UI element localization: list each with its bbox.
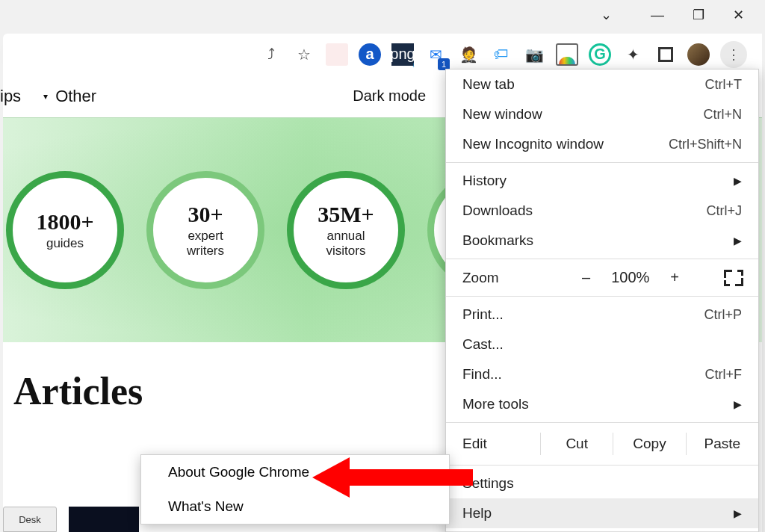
- extension-rainbow-icon[interactable]: [556, 43, 578, 66]
- menu-help[interactable]: Help▶: [446, 498, 758, 528]
- help-submenu: About Google Chrome What's New: [140, 454, 450, 525]
- profile-avatar[interactable]: [687, 43, 710, 66]
- zoom-label: Zoom: [462, 270, 552, 286]
- menu-edit-row: Edit Cut Copy Paste: [446, 426, 758, 462]
- edit-copy-button[interactable]: Copy: [613, 433, 685, 455]
- menu-more-tools[interactable]: More tools▶: [446, 389, 758, 419]
- bookmark-star-icon[interactable]: ☆: [293, 43, 315, 66]
- card-dark[interactable]: [69, 507, 139, 532]
- card-desk[interactable]: Desk: [3, 507, 57, 532]
- extension-mail-icon[interactable]: ✉1: [424, 43, 447, 66]
- menu-separator: [446, 259, 758, 259]
- fullscreen-icon[interactable]: [724, 270, 743, 286]
- extension-tuxedo-icon[interactable]: 🤵: [457, 43, 480, 66]
- chevron-right-icon: ▶: [734, 507, 742, 519]
- stat-number: 1800+: [36, 209, 93, 235]
- dark-mode-toggle[interactable]: Dark mode: [353, 87, 426, 105]
- menu-separator: [446, 296, 758, 297]
- chrome-menu-button[interactable]: ⋮: [720, 41, 747, 68]
- stat-number: 35M+: [318, 202, 374, 227]
- edit-label: Edit: [462, 436, 540, 452]
- menu-settings[interactable]: Settings: [446, 468, 758, 498]
- edit-paste-button[interactable]: Paste: [686, 433, 758, 455]
- maximize-button[interactable]: ❐: [693, 7, 704, 23]
- extension-square-icon[interactable]: [658, 47, 673, 62]
- extension-camera-icon[interactable]: 📷: [523, 43, 545, 66]
- menu-cast[interactable]: Cast...: [446, 330, 758, 359]
- menu-separator: [446, 465, 758, 466]
- chevron-down-icon[interactable]: ⌄: [601, 7, 612, 23]
- stat-label: guides: [46, 236, 84, 251]
- menu-history[interactable]: History▶: [446, 166, 758, 196]
- menu-new-tab[interactable]: New tabCtrl+T: [446, 69, 758, 99]
- submenu-whats-new[interactable]: What's New: [141, 489, 449, 524]
- submenu-about-chrome[interactable]: About Google Chrome: [141, 455, 449, 489]
- menu-new-window[interactable]: New windowCtrl+N: [446, 99, 758, 129]
- extension-a-icon[interactable]: a: [359, 43, 381, 66]
- menu-downloads[interactable]: DownloadsCtrl+J: [446, 196, 758, 226]
- zoom-in-button[interactable]: +: [670, 269, 679, 286]
- nav-tips[interactable]: ips: [0, 87, 21, 106]
- extensions-puzzle-icon[interactable]: ✦: [622, 43, 644, 66]
- menu-bookmarks[interactable]: Bookmarks▶: [446, 226, 758, 256]
- stat-label: annual visitors: [326, 229, 366, 258]
- zoom-out-button[interactable]: –: [582, 269, 590, 286]
- stat-number: 30+: [188, 202, 223, 227]
- window-controls: ⌄ — ❐ ✕: [601, 0, 765, 30]
- menu-separator: [446, 422, 758, 423]
- extension-tag-icon[interactable]: 🏷: [490, 43, 512, 66]
- stat-visitors: 35M+ annual visitors: [287, 171, 405, 289]
- chrome-main-menu: New tabCtrl+T New windowCtrl+N New Incog…: [445, 69, 759, 532]
- menu-zoom: Zoom – 100% +: [446, 262, 758, 293]
- chevron-right-icon: ▶: [734, 235, 742, 247]
- zoom-value: 100%: [611, 269, 649, 286]
- stat-guides: 1800+ guides: [6, 171, 124, 289]
- extension-pink-icon[interactable]: [326, 43, 348, 66]
- extension-grammarly-icon[interactable]: G: [589, 43, 611, 66]
- menu-print[interactable]: Print...Ctrl+P: [446, 300, 758, 330]
- caret-icon: ▾: [43, 91, 48, 102]
- stat-label: expert writers: [187, 229, 224, 258]
- chevron-right-icon: ▶: [734, 398, 742, 410]
- chevron-right-icon: ▶: [734, 175, 742, 187]
- extension-png-icon[interactable]: png: [391, 43, 414, 66]
- close-button[interactable]: ✕: [733, 7, 744, 23]
- menu-incognito[interactable]: New Incognito windowCtrl+Shift+N: [446, 129, 758, 159]
- edit-cut-button[interactable]: Cut: [540, 433, 613, 455]
- menu-find[interactable]: Find...Ctrl+F: [446, 359, 758, 389]
- stat-writers: 30+ expert writers: [146, 171, 264, 289]
- menu-separator: [446, 162, 758, 163]
- nav-other[interactable]: ▾Other: [43, 87, 96, 106]
- share-icon[interactable]: ⤴: [260, 43, 282, 66]
- minimize-button[interactable]: —: [651, 7, 664, 23]
